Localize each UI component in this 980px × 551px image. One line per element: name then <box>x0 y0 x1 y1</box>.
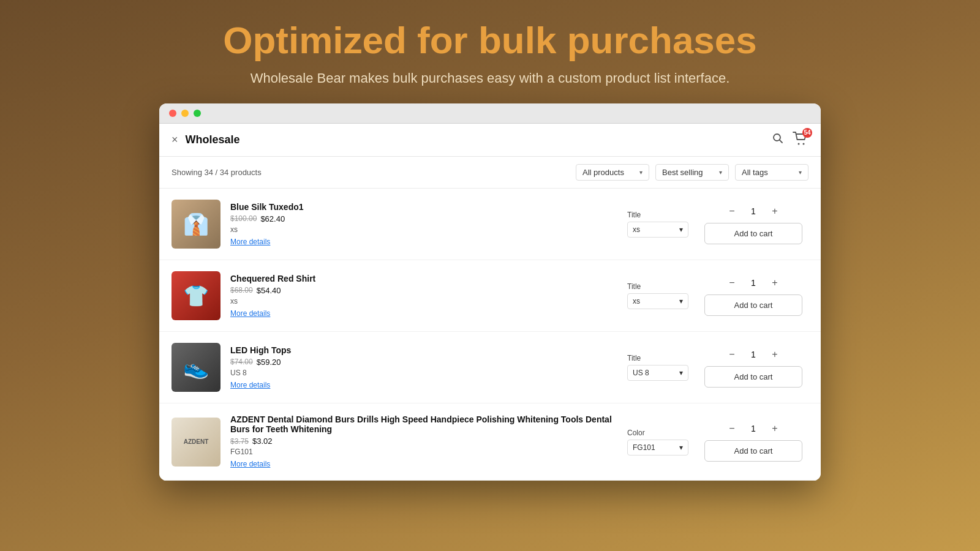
product-info: Chequered Red Shirt $68.00 $54.40 xs Mor… <box>230 274 617 318</box>
product-selector: Color FG101 ▾ <box>627 429 688 455</box>
app-header: × Wholesale 54 <box>159 124 821 157</box>
hero-title-white: Optimized for <box>223 19 468 61</box>
product-actions: − 1 + Add to cart <box>698 276 809 316</box>
quantity-decrement-button[interactable]: − <box>725 348 739 361</box>
selector-dropdown[interactable]: FG101 ▾ <box>627 440 688 455</box>
price-original: $74.00 <box>230 358 253 366</box>
quantity-decrement-button[interactable]: − <box>725 422 739 435</box>
cart-badge: 54 <box>802 128 812 138</box>
selector-dropdown[interactable]: US 8 ▾ <box>627 365 688 381</box>
product-info: AZDENT Dental Diamond Burs Drills High S… <box>230 414 617 469</box>
all-products-label: All products <box>582 168 624 177</box>
quantity-increment-button[interactable]: + <box>768 348 782 361</box>
app-title: Wholesale <box>186 133 240 146</box>
product-selector: Title xs ▾ <box>627 282 688 309</box>
all-products-filter[interactable]: All products ▾ <box>576 164 649 181</box>
price-original: $3.75 <box>230 437 249 446</box>
product-actions: − 1 + Add to cart <box>698 422 809 462</box>
product-name: Chequered Red Shirt <box>230 274 617 283</box>
quantity-increment-button[interactable]: + <box>768 276 782 290</box>
product-selector: Title xs ▾ <box>627 211 688 238</box>
selector-dropdown[interactable]: xs ▾ <box>627 293 688 309</box>
all-tags-filter[interactable]: All tags ▾ <box>735 164 809 181</box>
chevron-down-icon: ▾ <box>799 169 802 176</box>
more-details-link[interactable]: More details <box>230 309 270 318</box>
price-original: $68.00 <box>230 286 253 294</box>
selector-dropdown[interactable]: xs ▾ <box>627 222 688 238</box>
more-details-link[interactable]: More details <box>230 381 270 389</box>
more-details-link[interactable]: More details <box>230 460 270 468</box>
chevron-down-icon: ▾ <box>679 443 683 452</box>
product-image: 👟 <box>172 343 221 392</box>
quantity-value: 1 <box>747 278 760 288</box>
hero-title-orange: bulk purchases <box>478 19 757 61</box>
price-original: $100.00 <box>230 214 257 223</box>
product-variant: US 8 <box>230 369 617 377</box>
product-name: Blue Silk Tuxedo1 <box>230 202 617 212</box>
products-list: 👔 Blue Silk Tuxedo1 $100.00 $62.40 xs Mo… <box>159 189 821 481</box>
chevron-down-icon: ▾ <box>679 297 683 305</box>
product-image-icon: 👕 <box>183 283 209 308</box>
price-sale: $62.40 <box>260 214 285 223</box>
svg-line-1 <box>780 140 782 143</box>
quantity-value: 1 <box>747 424 760 433</box>
all-tags-label: All tags <box>742 168 768 177</box>
quantity-value: 1 <box>747 350 760 359</box>
selector-value: FG101 <box>633 443 655 452</box>
cart-button[interactable]: 54 <box>793 132 809 149</box>
product-image-icon: AZDENT <box>181 436 211 448</box>
filters-bar: Showing 34 / 34 products All products ▾ … <box>159 157 821 189</box>
product-actions: − 1 + Add to cart <box>698 348 809 388</box>
product-selector: Title US 8 ▾ <box>627 354 688 381</box>
product-info: Blue Silk Tuxedo1 $100.00 $62.40 xs More… <box>230 202 617 247</box>
product-row: 👔 Blue Silk Tuxedo1 $100.00 $62.40 xs Mo… <box>159 189 821 260</box>
price-sale: $54.40 <box>257 286 281 295</box>
quantity-control: − 1 + <box>725 204 782 218</box>
selector-label: Color <box>627 429 688 437</box>
product-row: 👟 LED High Tops $74.00 $59.20 US 8 More … <box>159 332 821 403</box>
selector-label: Title <box>627 354 688 362</box>
search-icon[interactable] <box>772 132 784 148</box>
quantity-decrement-button[interactable]: − <box>725 276 739 290</box>
quantity-increment-button[interactable]: + <box>768 204 782 218</box>
hero-title: Optimized for bulk purchases <box>223 18 757 62</box>
chevron-down-icon: ▾ <box>679 369 683 377</box>
product-row: AZDENT AZDENT Dental Diamond Burs Drills… <box>159 403 821 481</box>
close-button[interactable]: × <box>172 133 178 146</box>
quantity-decrement-button[interactable]: − <box>725 204 739 218</box>
chevron-down-icon: ▾ <box>719 169 722 176</box>
filters-right: All products ▾ Best selling ▾ All tags ▾ <box>576 164 809 181</box>
product-name: LED High Tops <box>230 345 617 355</box>
product-prices: $100.00 $62.40 <box>230 214 617 223</box>
best-selling-filter[interactable]: Best selling ▾ <box>655 164 729 181</box>
quantity-increment-button[interactable]: + <box>768 422 782 435</box>
browser-chrome <box>159 103 821 124</box>
add-to-cart-button[interactable]: Add to cart <box>704 223 802 244</box>
quantity-control: − 1 + <box>725 276 782 290</box>
hero-subtitle: Wholesale Bear makes bulk purchases easy… <box>251 70 730 86</box>
app-header-right: 54 <box>772 132 809 149</box>
product-prices: $3.75 $3.02 <box>230 437 617 446</box>
product-image-icon: 👔 <box>183 212 209 236</box>
add-to-cart-button[interactable]: Add to cart <box>704 294 802 316</box>
selector-label: Title <box>627 282 688 291</box>
showing-text: Showing 34 / 34 products <box>172 168 262 177</box>
quantity-value: 1 <box>747 206 760 216</box>
more-details-link[interactable]: More details <box>230 238 270 246</box>
svg-point-2 <box>798 143 800 144</box>
add-to-cart-button[interactable]: Add to cart <box>704 440 802 462</box>
selector-value: xs <box>633 297 640 305</box>
selector-value: US 8 <box>633 369 649 377</box>
chevron-down-icon: ▾ <box>679 225 683 234</box>
product-info: LED High Tops $74.00 $59.20 US 8 More de… <box>230 345 617 390</box>
product-image-icon: 👟 <box>183 355 209 380</box>
selector-value: xs <box>633 225 640 234</box>
add-to-cart-button[interactable]: Add to cart <box>704 366 802 388</box>
best-selling-label: Best selling <box>662 168 703 177</box>
price-sale: $59.20 <box>257 358 281 367</box>
quantity-control: − 1 + <box>725 348 782 361</box>
product-prices: $68.00 $54.40 <box>230 286 617 295</box>
browser-window: × Wholesale 54 Showing 34 / 34 product <box>159 103 821 481</box>
price-sale: $3.02 <box>252 437 273 446</box>
selector-label: Title <box>627 211 688 219</box>
